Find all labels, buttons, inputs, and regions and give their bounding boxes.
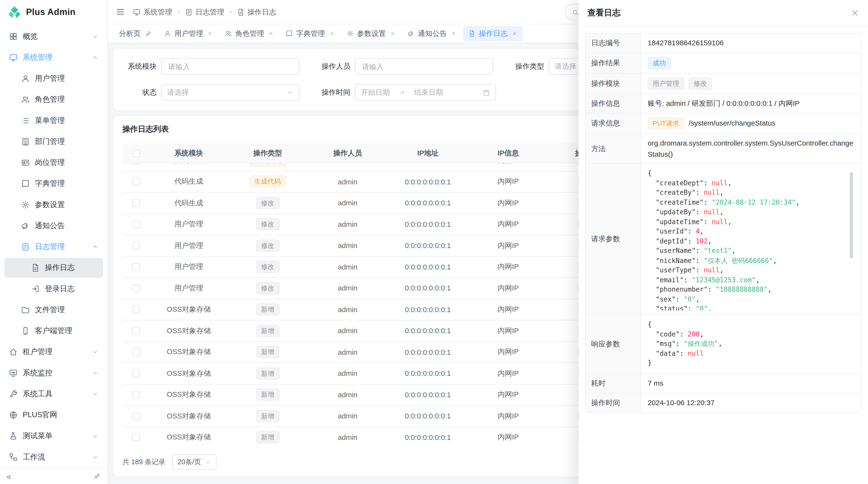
row-checkbox[interactable] (132, 412, 140, 420)
operator-input-field[interactable] (361, 62, 487, 71)
close-icon[interactable] (851, 9, 859, 17)
select-all-checkbox[interactable] (132, 149, 140, 157)
sidebar-item-menu[interactable]: 菜单管理 (4, 110, 103, 131)
cell-user-value: admin (338, 220, 357, 228)
cell-module-value: OSS对象存储 (167, 326, 211, 336)
sidebar-item-label: 登录日志 (45, 284, 99, 294)
hamburger-icon[interactable] (116, 7, 125, 17)
row-checkbox[interactable] (132, 369, 140, 377)
page-size-select[interactable]: 20条/页 (172, 454, 217, 470)
sidebar-item-tools[interactable]: 系统工具 (4, 384, 103, 404)
row-checkbox[interactable] (132, 391, 140, 398)
sidebar-item-role[interactable]: 角色管理 (4, 90, 103, 110)
tab-analysis[interactable]: 分析页 (114, 26, 157, 41)
cell-ip: 0:0:0:0:0:0:0:1 (388, 220, 468, 228)
code-token: "操作成功" (684, 340, 718, 348)
close-tab-icon[interactable] (390, 31, 396, 36)
collapse-sidebar-icon[interactable]: « (7, 472, 11, 480)
sidebar-item-client[interactable]: 客户端管理 (4, 321, 103, 341)
cell-module-value: 用户管理 (174, 219, 203, 229)
module-input-field[interactable] (167, 62, 293, 71)
sidebar-item-operlog[interactable]: 操作日志 (4, 258, 103, 278)
app-logo[interactable]: Plus Admin (0, 0, 107, 24)
sidebar-item-monitor[interactable]: 系统监控 (4, 363, 103, 383)
row-checkbox[interactable] (132, 433, 140, 441)
row-checkbox[interactable] (132, 327, 140, 334)
sidebar-item-post[interactable]: 岗位管理 (4, 153, 103, 173)
cell-ip-info-value: 内网IP (498, 347, 519, 357)
row-checkbox[interactable] (132, 263, 140, 271)
code-scrollbar-thumb[interactable] (850, 172, 853, 259)
filter-status-label: 状态 (122, 88, 156, 97)
operator-input[interactable] (355, 58, 493, 75)
detail-row: 响应参数{ "code": 200, "msg": "操作成功", "data"… (586, 315, 861, 374)
filter-operator-label: 操作人员 (316, 61, 350, 71)
breadcrumb-item[interactable]: 操作日志 (237, 7, 276, 17)
sidebar-item-log[interactable]: 日志管理 (4, 237, 103, 257)
sidebar-item-file[interactable]: 文件管理 (4, 300, 103, 320)
status-tag: 用户管理 (648, 77, 684, 90)
row-checkbox-cell (122, 327, 150, 334)
sidebar-item-loginlog[interactable]: 登录日志 (4, 279, 103, 299)
sidebar-item-test[interactable]: 测试菜单 (4, 426, 103, 446)
tab-user[interactable]: 用户管理 (158, 26, 218, 41)
sidebar-item-system[interactable]: 系统管理 (4, 47, 103, 67)
sidebar-item-plus-site[interactable]: PLUS官网 (4, 405, 103, 425)
sidebar-item-workflow[interactable]: 工作流 (4, 447, 103, 467)
code-token: null (704, 266, 719, 274)
column-header-label: 系统模块 (174, 148, 203, 158)
json-code-block[interactable]: { "createDept": null, "createBy": null, … (648, 168, 854, 311)
cell-module: 代码生成 (150, 163, 227, 165)
code-token (648, 237, 656, 245)
breadcrumb-item[interactable]: 日志管理 (185, 7, 224, 17)
row-checkbox[interactable] (132, 163, 140, 164)
detail-value: 7 ms (641, 374, 861, 393)
close-tab-icon[interactable] (269, 31, 274, 36)
code-token: : (688, 237, 695, 245)
pin-icon[interactable] (145, 30, 152, 37)
breadcrumb-item[interactable]: 系统管理 (133, 7, 172, 17)
cell-ip: 0:0:0:0:0:0:0:1 (388, 241, 468, 250)
tab-dict[interactable]: 字典管理 (280, 26, 340, 41)
cell-ip-info-value: 内网IP (498, 283, 519, 293)
breadcrumb-separator-icon (176, 9, 182, 15)
detail-label: 耗时 (586, 374, 641, 393)
pin-sidebar-icon[interactable] (94, 473, 101, 480)
tab-operlog[interactable]: 操作日志 (463, 26, 523, 41)
close-tab-icon[interactable] (451, 31, 456, 36)
close-tab-icon[interactable] (329, 31, 334, 36)
sidebar-item-dept[interactable]: 部门管理 (4, 132, 103, 152)
date-range-input[interactable]: 开始日期 结束日期 (355, 84, 496, 101)
status-select[interactable]: 请选择 (161, 84, 300, 101)
row-checkbox[interactable] (132, 242, 140, 250)
module-input[interactable] (161, 58, 300, 75)
sidebar-item-user[interactable]: 用户管理 (4, 69, 103, 89)
row-checkbox[interactable] (132, 348, 140, 356)
row-checkbox[interactable] (132, 220, 140, 228)
cell-ip-info: 内网IP (468, 240, 548, 251)
close-tab-icon[interactable] (208, 31, 213, 36)
sidebar-item-dict[interactable]: 字典管理 (4, 174, 103, 194)
chevron-down-icon (92, 33, 99, 40)
tab-param[interactable]: 参数设置 (341, 26, 401, 41)
row-checkbox[interactable] (132, 305, 140, 313)
row-checkbox[interactable] (132, 199, 140, 207)
tab-role[interactable]: 角色管理 (219, 26, 279, 41)
cell-ip-info-value: 内网IP (498, 432, 519, 442)
sidebar-item-notice[interactable]: 通知公告 (4, 216, 103, 236)
close-tab-icon[interactable] (512, 31, 517, 36)
code-token: , (768, 286, 772, 293)
code-token (648, 340, 656, 348)
sidebar-item-tenant[interactable]: 租户管理 (4, 342, 103, 362)
row-checkbox[interactable] (132, 178, 140, 186)
code-token: "code" (656, 330, 680, 338)
tab-notice[interactable]: 通知公告 (402, 26, 462, 41)
sidebar-item-param[interactable]: 参数设置 (4, 195, 103, 215)
cell-user-value: admin (338, 390, 357, 399)
org-icon (21, 137, 30, 146)
row-checkbox[interactable] (132, 284, 140, 292)
log-icon (21, 243, 30, 251)
sidebar-item-overview[interactable]: 概览 (4, 27, 103, 46)
sidebar-item-label: 用户管理 (35, 73, 99, 84)
cell-user: admin (308, 412, 388, 420)
